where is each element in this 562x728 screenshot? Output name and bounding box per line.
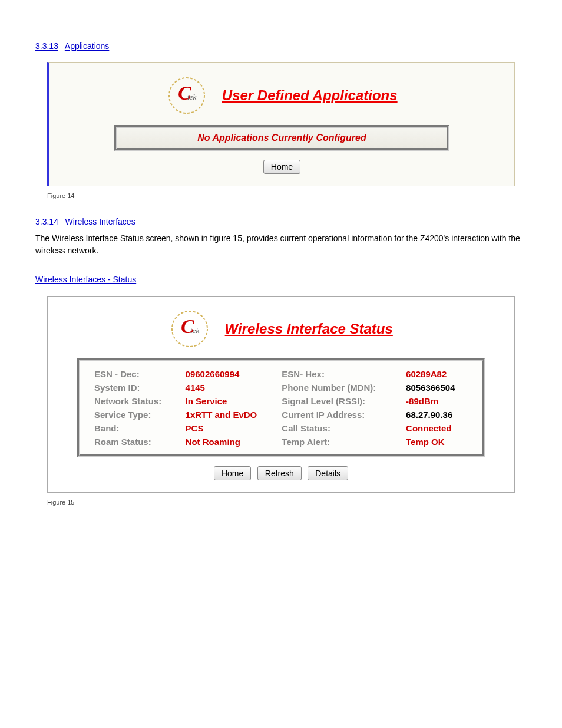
panel-title: User Defined Applications (222, 87, 398, 104)
table-row: Roam Status:Not RoamingTemp Alert:Temp O… (91, 435, 471, 449)
table-row: Service Type:1xRTT and EvDOCurrent IP Ad… (91, 408, 471, 421)
ctek-logo: C tek (169, 308, 210, 350)
field-label: Service Type: (91, 408, 182, 421)
table-row: Network Status:In ServiceSignal Level (R… (91, 394, 471, 408)
field-value: Connected (402, 421, 471, 435)
field-label: ESN- Hex: (278, 367, 402, 381)
field-value: Not Roaming (182, 435, 279, 449)
refresh-button[interactable]: Refresh (257, 466, 302, 480)
field-value: In Service (182, 394, 279, 408)
field-value: PCS (182, 421, 279, 435)
field-value: 8056366504 (402, 381, 471, 394)
home-button[interactable]: Home (263, 160, 300, 174)
section-heading-applications: 3.3.13 Applications (35, 41, 527, 51)
field-label: Temp Alert: (278, 435, 402, 449)
status-table: ESN - Dec:09602660994ESN- Hex:60289A82Sy… (77, 358, 485, 457)
button-row: Home (61, 160, 503, 174)
panel-title: Wireless Interface Status (225, 321, 393, 337)
table-row: ESN - Dec:09602660994ESN- Hex:60289A82 (91, 367, 471, 381)
svg-text:tek: tek (187, 93, 196, 101)
field-label: Signal Level (RSSI): (278, 394, 402, 408)
description-paragraph: The Wireless Interface Status screen, sh… (35, 232, 527, 257)
field-value: Temp OK (402, 435, 471, 449)
field-value: 68.27.90.36 (402, 408, 471, 421)
button-row: Home Refresh Details (65, 466, 497, 480)
figure-caption-15: Figure 15 (47, 499, 527, 506)
field-label: Network Status: (91, 394, 182, 408)
field-label: Call Status: (278, 421, 402, 435)
field-value: -89dBm (402, 394, 471, 408)
field-label: Band: (91, 421, 182, 435)
message-box: No Applications Currently Configured (114, 125, 449, 151)
panel-header: C tek Wireless Interface Status (65, 308, 497, 350)
home-button[interactable]: Home (214, 466, 251, 480)
svg-text:tek: tek (190, 326, 199, 335)
field-label: System ID: (91, 381, 182, 394)
details-button[interactable]: Details (308, 466, 348, 480)
table-row: System ID:4145Phone Number (MDN):8056366… (91, 381, 471, 394)
figure-caption-14: Figure 14 (47, 192, 527, 199)
field-label: Current IP Address: (278, 408, 402, 421)
ctek-logo: C tek (166, 75, 207, 116)
field-value: 09602660994 (182, 367, 279, 381)
wireless-status-panel: C tek Wireless Interface Status ESN - De… (47, 296, 515, 493)
subheading-wireless-status: Wireless Interfaces - Status (35, 275, 527, 284)
section-num: 3.3.13 (35, 41, 58, 51)
field-label: Roam Status: (91, 435, 182, 449)
section-heading-wireless: 3.3.14 Wireless Interfaces (35, 217, 527, 226)
applications-panel: C tek User Defined Applications No Appli… (47, 62, 515, 186)
no-apps-message: No Applications Currently Configured (197, 133, 366, 143)
section-title: Wireless Interfaces (65, 217, 135, 226)
table-row: Band:PCSCall Status:Connected (91, 421, 471, 435)
field-value: 4145 (182, 381, 279, 394)
field-value: 1xRTT and EvDO (182, 408, 279, 421)
field-value: 60289A82 (402, 367, 471, 381)
section-num: 3.3.14 (35, 217, 58, 226)
section-title: Applications (65, 41, 110, 51)
field-label: Phone Number (MDN): (278, 381, 402, 394)
panel-header: C tek User Defined Applications (61, 75, 503, 116)
field-label: ESN - Dec: (91, 367, 182, 381)
